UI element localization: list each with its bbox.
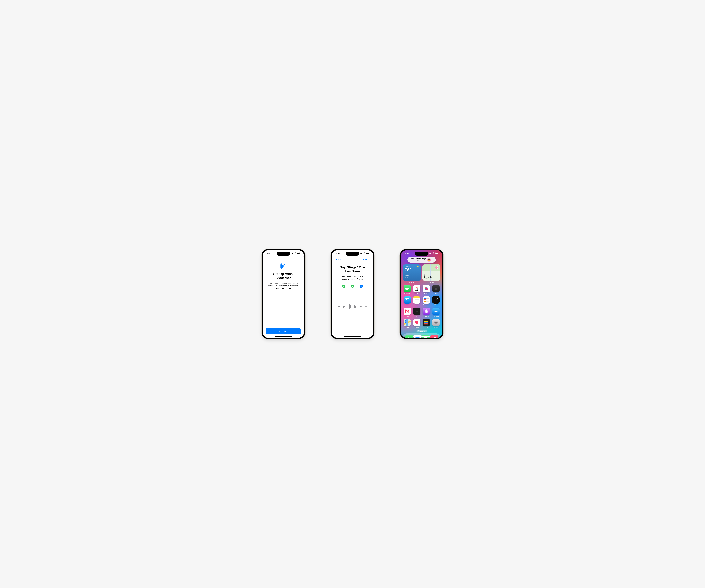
reminders-icon (423, 296, 430, 304)
camera-icon (432, 285, 440, 292)
home-indicator[interactable] (344, 336, 361, 337)
maps-icon (404, 319, 411, 326)
dynamic-island (415, 252, 428, 255)
wifi-icon (294, 252, 296, 254)
back-label: Back (338, 258, 343, 260)
app-health[interactable]: Health (413, 319, 421, 328)
setup-sheet: Set Up Vocal Shortcuts You'll choose an … (263, 256, 304, 338)
wifi-icon (432, 252, 434, 254)
svg-line-128 (419, 331, 420, 332)
home-screen: Sonoma 76° Sunny H:88° L:57° Now Oregon … (401, 250, 442, 338)
training-subtitle: Teach iPhone to recognize this phrase by… (335, 276, 370, 281)
back-button[interactable]: Back (336, 258, 343, 260)
svg-rect-12 (360, 253, 361, 254)
app-tv[interactable]: tvTV (413, 307, 421, 317)
continue-button[interactable]: Continue (266, 328, 301, 335)
settings-icon (432, 319, 440, 326)
svg-point-89 (435, 288, 436, 290)
svg-rect-92 (413, 296, 420, 298)
dock-music[interactable] (430, 335, 438, 338)
battery-icon (366, 252, 369, 254)
svg-rect-17 (366, 253, 369, 254)
svg-rect-62 (429, 253, 430, 254)
check-icon (343, 285, 344, 287)
app-appstore[interactable]: App Store (432, 307, 440, 317)
app-photos[interactable]: Photos (422, 285, 431, 294)
battery-icon (297, 252, 300, 254)
calendar-icon: THU16 (413, 285, 420, 292)
search-icon (418, 330, 420, 332)
signal-icon (291, 252, 293, 254)
svg-rect-68 (438, 253, 438, 253)
svg-rect-78 (406, 288, 408, 290)
app-reminders[interactable]: Reminders (422, 296, 431, 305)
training-title: Say "Rings" One Last Time (335, 265, 370, 273)
app-settings[interactable]: Settings (432, 319, 440, 328)
setup-subtitle: You'll choose an action and record a phr… (266, 282, 301, 290)
home-indicator[interactable] (275, 336, 292, 337)
chevron-left-icon (336, 258, 337, 260)
svg-line-77 (417, 267, 418, 268)
weather-high-low: H:88° L:57° (405, 277, 419, 278)
svg-rect-14 (361, 253, 362, 254)
health-icon (413, 319, 420, 326)
check-icon (351, 285, 354, 287)
app-camera[interactable]: Camera (432, 285, 440, 294)
cancel-button[interactable]: Cancel (361, 258, 368, 260)
svg-point-99 (417, 298, 417, 298)
dynamic-island (277, 252, 290, 255)
home-indicator[interactable] (413, 336, 430, 337)
photos-icon (423, 285, 430, 292)
svg-rect-91 (405, 298, 409, 301)
svg-rect-2 (292, 253, 293, 254)
battery-icon (435, 252, 438, 254)
app-notes[interactable]: Notes (413, 296, 421, 305)
svg-rect-5 (297, 253, 299, 254)
screen-1: 9:41 (263, 250, 304, 338)
svg-rect-65 (431, 253, 431, 254)
app-maps[interactable]: Maps (403, 319, 412, 328)
screen-2: 9:41 Back Cancel Say "Rings" One Last Ti… (332, 250, 373, 338)
status-time: 9:41 (405, 252, 409, 254)
svg-point-97 (415, 298, 416, 298)
setup-title: Set Up Vocal Shortcuts (266, 272, 301, 280)
three-phone-showcase: 9:41 (262, 249, 443, 339)
spotlight-search[interactable]: Search (416, 330, 427, 332)
weather-widget[interactable]: Sonoma 76° Sunny H:88° L:57° (403, 264, 421, 281)
svg-rect-3 (293, 253, 293, 254)
findmy-widget[interactable]: Now Oregon St Sonoma (422, 264, 440, 281)
svg-point-101 (419, 298, 419, 298)
app-podcasts[interactable]: Podcasts (422, 307, 431, 317)
wifi-icon (363, 252, 365, 254)
memoji-avatar: 👧 (427, 258, 431, 261)
widget-captions: Weather Find My (403, 281, 440, 283)
svg-point-110 (426, 310, 427, 311)
weather-caption: Weather (403, 282, 421, 283)
app-mail[interactable]: Mail (403, 296, 412, 305)
svg-point-104 (424, 299, 426, 300)
search-label: Search (420, 330, 425, 332)
svg-point-96 (414, 298, 415, 298)
training-progress (335, 285, 370, 288)
svg-point-102 (424, 298, 426, 299)
signal-icon (429, 252, 431, 254)
app-facetime[interactable]: FaceTime (403, 285, 412, 294)
svg-point-122 (435, 322, 436, 323)
dock-phone[interactable] (405, 335, 413, 338)
svg-rect-125 (434, 322, 434, 323)
svg-rect-124 (436, 324, 436, 325)
weather-condition: Sunny (405, 275, 419, 277)
app-calendar[interactable]: THU16Calendar (413, 285, 421, 294)
progress-dot-1-done (342, 285, 345, 288)
app-clock[interactable]: Clock (432, 296, 440, 305)
app-news[interactable]: News (403, 307, 412, 317)
svg-point-115 (405, 320, 406, 322)
svg-rect-126 (437, 322, 438, 323)
vocal-shortcuts-icon (266, 263, 301, 270)
podcasts-icon (423, 307, 430, 315)
app-wallet[interactable]: Wallet (422, 319, 431, 328)
mail-icon (404, 296, 411, 304)
vocal-shortcut-banner[interactable]: Open Activity Rings "Rings" 👧 (408, 257, 436, 262)
svg-rect-6 (300, 253, 300, 253)
sun-icon (417, 266, 419, 269)
